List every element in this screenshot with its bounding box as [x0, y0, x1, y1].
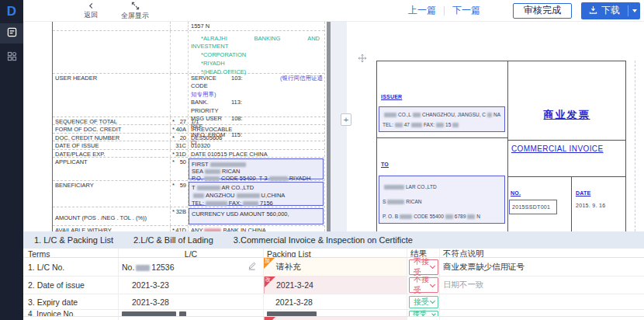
toolbar-actions: 上一篇 下一篇 审核完成 下载 [408, 2, 644, 19]
added-badge: 加 [264, 258, 275, 269]
swift-row: DATE OF ISSUE 31C 010320 [53, 141, 324, 150]
table-row: 4. Invoice No. 接受 [23, 310, 644, 317]
invoice-no-label: NO. [511, 190, 521, 196]
document-compare-area: 1557 N *ALRAJHIBANKINGAND INVESTMENT *CO… [23, 22, 644, 231]
app-grid-icon [7, 50, 17, 64]
invoice-title-cn: 商业发票 [508, 108, 625, 122]
invoice-document-panel: ISSUER CO.,LCHANGZHOU, JIANGSU, CNA TEL:… [347, 22, 644, 231]
invoice-title-cell: 商业发票 [508, 61, 625, 141]
discrepancy-note-cell[interactable]: 商业发票缺少信用证号 [440, 258, 644, 276]
edit-icon[interactable] [248, 262, 256, 272]
toolbar-separator [444, 6, 445, 16]
lc-document-panel: 1557 N *ALRAJHIBANKINGAND INVESTMENT *CO… [24, 22, 327, 231]
prev-article-link[interactable]: 上一篇 [408, 4, 436, 17]
chevron-down-icon [431, 311, 436, 316]
tab-lc-packing-list[interactable]: 1. L/C & Packing List [34, 235, 113, 245]
header-lc: L/C [119, 249, 264, 258]
applicant-highlight-annotation[interactable]: FIRST SEARICAN P.O.CODE 55400 T-3RIYADH [189, 158, 324, 179]
download-button[interactable]: 下载 [581, 2, 628, 19]
swift-row-amount: AMOUNT (POS . /NEG . TOL . (%)) *32B CUR… [53, 207, 324, 226]
header-packing-list: Packing List [264, 249, 407, 258]
lc-value-cell: No.12536 [119, 258, 264, 276]
result-cell: 不接受 [407, 277, 440, 294]
invoice-issuer-cell: ISSUER CO.,LCHANGZHOU, JIANGSU, CNA TEL:… [377, 61, 507, 138]
move-handle-icon[interactable] [358, 52, 367, 66]
result-select[interactable]: 接受 [409, 311, 438, 317]
term-cell: 4. Invoice No. [23, 310, 119, 317]
sidebar-item-documents[interactable] [0, 23, 23, 43]
packing-value-cell [264, 317, 407, 320]
invoice-to-cell: TO LAR CO.,LTD SRICAN P. O. BCODE 554006… [377, 138, 507, 231]
chevron-down-icon [430, 263, 435, 269]
header-terms: Terms [23, 249, 119, 258]
result-select[interactable]: 接受 [409, 296, 438, 308]
lc-value-cell: 2021-3-28 [119, 294, 264, 309]
swift-row-applicant: APPLICANT *50 FIRST SEARICAN P.O.CODE 55… [53, 158, 324, 181]
swift-user-header-values: SERVICE CODE103:(银行间信用证通 知专用章) BANK. PRI… [189, 74, 324, 117]
table-row: 3. Expiry date 2021-3-28 2021-3-28 接受 [23, 294, 644, 310]
page-edge-guide [635, 61, 635, 231]
back-chevron-icon [88, 2, 95, 11]
download-icon [589, 5, 597, 16]
back-button[interactable]: 返回 [84, 2, 98, 19]
fullscreen-button[interactable]: 全屏显示 [121, 2, 149, 19]
tab-lc-bill-of-lading[interactable]: 2.L/C & Bill of Lading [133, 235, 213, 245]
comparison-section: 1. L/C & Packing List 2.L/C & Bill of La… [23, 231, 644, 320]
left-panel-scrollbar[interactable] [327, 22, 331, 231]
swift-row-available: AVAILABLE WITH/BY *41D ANYBANK IN CHINA [53, 226, 324, 231]
tab-commercial-invoice[interactable]: 3.Commercial Invoice & Inspection on Cer… [234, 235, 413, 245]
result-select[interactable]: 不接受 [409, 277, 438, 293]
issuer-highlight-annotation[interactable]: CO.,LCHANGZHOU, JIANGSU, CNA TEL:47FAX:1… [379, 106, 505, 132]
result-cell: 接受 [407, 294, 440, 309]
chevron-down-icon [430, 281, 435, 287]
packing-value-cell: 2021-3-28 [264, 294, 407, 309]
zoom-in-button[interactable]: + [341, 113, 351, 126]
next-article-link[interactable]: 下一篇 [452, 4, 480, 17]
sidebar: D [0, 0, 23, 320]
document-icon [7, 26, 17, 40]
swift-row-user-header: USER HEADER SERVICE CODE103:(银行间信用证通 知专用… [53, 74, 324, 117]
term-cell: 1. L/C No. [23, 258, 119, 276]
download-dropdown-button[interactable] [628, 2, 640, 19]
invoice-table: ISSUER CO.,LCHANGZHOU, JIANGSU, CNA TEL:… [376, 61, 626, 231]
beneficiary-highlight-annotation[interactable]: TAR CO.,LTD ANGZHOUU,CHINA TEL:FAX:7156 [189, 182, 324, 206]
result-select[interactable]: 不接受 [409, 259, 438, 275]
swift-row-beneficiary: BENEFICIARY *59 TAR CO.,LTD ANGZHOUU,CHI… [53, 181, 324, 207]
lc-value-cell: 2021-3-23 [119, 277, 264, 294]
discrepancy-note-cell[interactable]: 日期不一致 [440, 277, 644, 294]
sidebar-item-apps[interactable] [0, 47, 23, 68]
header-result: 结果 [407, 249, 440, 258]
invoice-date-value: 2015. 9. 16 [576, 203, 605, 208]
header-discrepancy-note: 不符点说明 [440, 249, 644, 258]
discrepancy-note-cell[interactable] [440, 294, 644, 309]
table-header-row: Terms L/C Packing List 结果 不符点说明 [23, 249, 644, 258]
amount-highlight-annotation[interactable]: CURRENCY USD AMOUNT 560,000, [189, 208, 324, 224]
invoice-no-highlight-annotation[interactable]: 2015SSDT001 [509, 200, 557, 214]
download-split-button: 下载 [581, 2, 640, 19]
invoice-title-en: COMMERCIAL INVOICE [511, 144, 604, 153]
to-label: TO [381, 162, 389, 167]
chevron-down-icon [430, 298, 435, 304]
swift-row-partial-top: 1557 N [53, 22, 324, 31]
swift-row-bank: *ALRAJHIBANKINGAND INVESTMENT *CORPORATI… [53, 31, 324, 74]
review-complete-button[interactable]: 审核完成 [513, 3, 572, 19]
swift-row: FORM OF DOC. CREDIT *40A IRREVOCABLE [53, 125, 324, 134]
swift-message-table: 1557 N *ALRAJHIBANKINGAND INVESTMENT *CO… [52, 22, 325, 231]
packing-value-cell: 加 请补充 [264, 258, 407, 276]
table-row: 2. Date of issue 2021-3-23 改 2021-3-24 不… [23, 277, 644, 294]
caret-down-icon [632, 9, 637, 12]
term-cell: 2. Date of issue [23, 277, 119, 294]
top-toolbar: 返回 全屏显示 上一篇 下一篇 审核完成 下载 [23, 0, 644, 22]
to-highlight-annotation[interactable]: LAR CO.,LTD SRICAN P. O. BCODE 554006789… [379, 176, 505, 224]
swift-top-value: 1557 N [189, 22, 324, 30]
discrepancy-note-cell[interactable] [440, 310, 644, 317]
app-logo: D [0, 0, 23, 23]
download-label: 下载 [601, 4, 620, 17]
swift-bank-block: *ALRAJHIBANKINGAND INVESTMENT *CORPORATI… [189, 31, 324, 73]
changed-badge: 改 [265, 277, 275, 287]
fullscreen-label: 全屏显示 [121, 12, 149, 19]
table-row: 1. L/C No. No.12536 加 请补充 不接受 商业发票缺少信用证号 [23, 258, 644, 277]
term-cell: 3. Expiry date [23, 294, 119, 309]
invoice-no-cell: NO. 2015SSDT001 [508, 177, 572, 231]
invoice-date-label: DATE [576, 190, 590, 196]
